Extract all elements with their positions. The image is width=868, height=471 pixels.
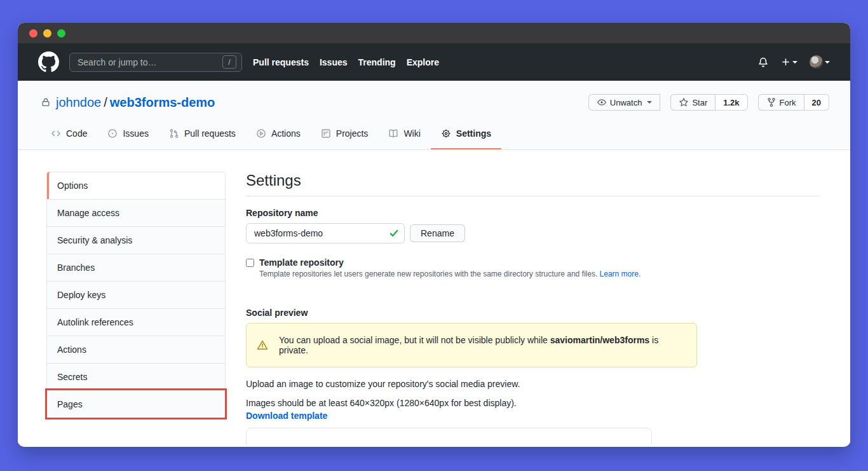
social-image-upload-area[interactable] — [246, 428, 652, 444]
github-logo-icon[interactable] — [38, 51, 59, 72]
page-title: Settings — [246, 172, 820, 196]
nav-explore[interactable]: Explore — [407, 57, 439, 67]
tab-projects[interactable]: Projects — [311, 120, 379, 149]
github-header: / Pull requests Issues Trending Explore — [18, 43, 850, 81]
warning-icon — [257, 339, 268, 351]
rename-button[interactable]: Rename — [410, 224, 465, 242]
zoom-window-button[interactable] — [57, 29, 65, 38]
social-preview-label: Social preview — [246, 308, 820, 318]
download-template-link[interactable]: Download template — [246, 411, 327, 421]
repository-name-label: Repository name — [246, 208, 820, 218]
browser-window: / Pull requests Issues Trending Explore — [18, 23, 850, 447]
breadcrumb: johndoe/web3forms-demo — [56, 95, 215, 110]
template-repository-label: Template repository — [259, 257, 344, 268]
star-count[interactable]: 1.2k — [715, 94, 747, 111]
sidebar-item-options[interactable]: Options — [47, 172, 225, 199]
tab-actions[interactable]: Actions — [246, 120, 311, 149]
sidebar-item-secrets[interactable]: Secrets — [47, 363, 225, 390]
repository-name-input[interactable] — [246, 223, 405, 243]
tab-pull-requests[interactable]: Pull requests — [159, 120, 246, 149]
image-size-text: Images should be at least 640×320px (128… — [246, 398, 820, 408]
repo-header: johndoe/web3forms-demo Unwatch Star 1.2k — [18, 81, 850, 150]
chevron-down-icon — [647, 101, 652, 104]
unwatch-button[interactable]: Unwatch — [588, 94, 661, 111]
upload-instruction-text: Upload an image to customize your reposi… — [246, 379, 820, 389]
book-icon — [388, 128, 398, 139]
search-box[interactable]: / — [69, 53, 242, 72]
star-label: Star — [692, 98, 707, 107]
tab-code[interactable]: Code — [41, 120, 97, 149]
unwatch-label: Unwatch — [610, 98, 642, 107]
chevron-down-icon — [825, 61, 830, 64]
code-icon — [51, 128, 61, 139]
pull-request-icon — [169, 128, 179, 139]
settings-page: Options Manage access Security & analysi… — [18, 150, 850, 444]
template-repository-description: Template repositories let users generate… — [259, 270, 820, 278]
fork-count[interactable]: 20 — [804, 94, 829, 111]
sidebar-item-branches[interactable]: Branches — [47, 254, 225, 281]
fork-button[interactable]: Fork — [758, 94, 804, 111]
private-repo-warning: You can upload a social image, but it wi… — [246, 323, 697, 367]
template-repository-checkbox[interactable] — [246, 259, 254, 267]
tab-issues[interactable]: Issues — [97, 120, 158, 149]
check-icon — [389, 228, 399, 238]
template-desc-text: Template repositories let users generate… — [259, 270, 600, 278]
gear-icon — [441, 128, 451, 139]
play-circle-icon — [256, 128, 266, 139]
fork-label: Fork — [780, 98, 796, 107]
sidebar-item-manage-access[interactable]: Manage access — [47, 199, 225, 226]
nav-trending[interactable]: Trending — [358, 57, 396, 67]
settings-sidebar: Options Manage access Security & analysi… — [46, 172, 226, 418]
repo-tab-nav: Code Issues Pull requests Actions Projec… — [18, 120, 850, 149]
chevron-down-icon — [792, 61, 797, 64]
notifications-bell-icon[interactable] — [757, 57, 769, 68]
issue-icon — [107, 128, 118, 139]
settings-main: Settings Repository name Rename Template… — [246, 172, 820, 444]
repo-name-link[interactable]: web3forms-demo — [110, 95, 215, 109]
header-nav: Pull requests Issues Trending Explore — [253, 57, 439, 67]
close-window-button[interactable] — [29, 29, 37, 38]
sidebar-item-security-analysis[interactable]: Security & analysis — [47, 226, 225, 254]
warning-text: You can upload a social image, but it wi… — [279, 335, 686, 355]
window-titlebar — [18, 23, 850, 43]
sidebar-item-autolink-references[interactable]: Autolink references — [47, 308, 225, 336]
eye-icon — [597, 97, 607, 107]
breadcrumb-separator: / — [104, 95, 107, 109]
search-slash-hint: / — [222, 55, 236, 69]
sidebar-item-actions[interactable]: Actions — [47, 336, 225, 363]
project-board-icon — [321, 128, 331, 139]
lock-icon — [41, 97, 51, 107]
star-icon — [679, 97, 689, 107]
tab-settings[interactable]: Settings — [431, 120, 501, 149]
fork-icon — [766, 97, 776, 107]
sidebar-item-pages[interactable]: Pages — [47, 390, 225, 418]
star-button[interactable]: Star — [670, 94, 715, 111]
learn-more-link[interactable]: Learn more. — [600, 270, 641, 278]
tab-wiki[interactable]: Wiki — [378, 120, 430, 149]
nav-pull-requests[interactable]: Pull requests — [253, 57, 309, 67]
minimize-window-button[interactable] — [43, 29, 51, 38]
nav-issues[interactable]: Issues — [320, 57, 348, 67]
sidebar-item-deploy-keys[interactable]: Deploy keys — [47, 281, 225, 308]
plus-icon — [781, 57, 790, 67]
repo-owner-link[interactable]: johndoe — [56, 95, 101, 109]
create-new-button[interactable] — [781, 57, 797, 67]
avatar — [810, 55, 823, 69]
search-input[interactable] — [78, 57, 222, 67]
user-menu-button[interactable] — [810, 55, 830, 69]
